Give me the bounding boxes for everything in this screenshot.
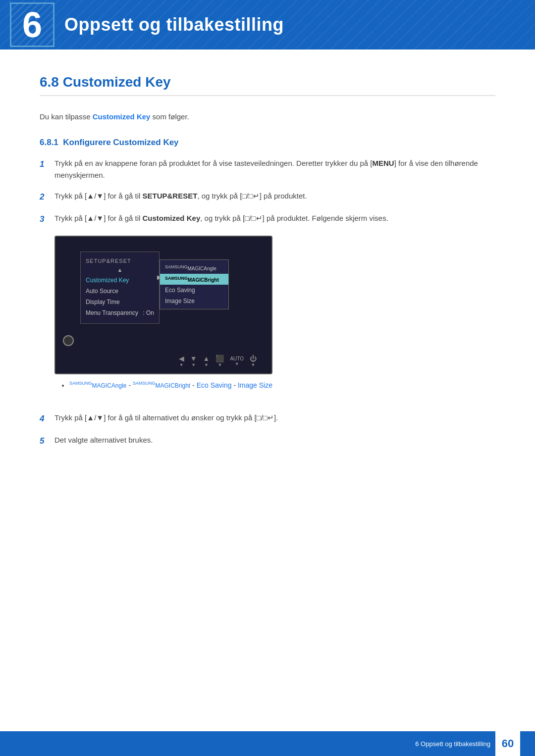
footer-chapter-text: 6 Oppsett og tilbakestilling <box>415 740 490 748</box>
btn-left: ◀ ▼ <box>179 354 184 367</box>
magic-angle-bullet: MAGICAngle <box>92 382 127 389</box>
eco-saving-bullet: Eco Saving <box>197 381 232 389</box>
osd-main-menu: SETUP&RESET ▲ Customized Key Auto Source… <box>80 252 160 324</box>
samsung-sup-2: SAMSUNG <box>165 276 188 281</box>
osd-submenu-item-imagesize: Image Size <box>160 296 228 306</box>
intro-paragraph: Du kan tilpasse Customized Key som følge… <box>40 111 495 123</box>
osd-item-menu-transparency: Menu Transparency : On <box>81 307 159 318</box>
chapter-number: 6 <box>22 4 42 45</box>
btn-up: ▲ ▼ <box>203 354 210 367</box>
btn-enter: ⬛ ▼ <box>215 354 224 367</box>
step-4-text: Trykk på [▲/▼] for å gå til alternativet… <box>54 412 495 425</box>
btn-auto-icon: AUTO <box>230 356 244 361</box>
step-1-number: 1 <box>40 157 54 181</box>
intro-text-after: som følger. <box>150 112 189 121</box>
step-4-number: 4 <box>40 412 54 425</box>
section-heading: 6.8 Customized Key <box>40 74 495 96</box>
osd-item-value: : On <box>143 309 154 316</box>
osd-submenu-item-eco: Eco Saving <box>160 285 228 296</box>
option-bullet-list: SAMSUNGMAGICAngle - SAMSUNGMAGICBright -… <box>54 379 272 392</box>
sub-section-heading: 6.8.1 Konfigurere Customized Key <box>40 138 495 148</box>
step-2-number: 2 <box>40 190 54 203</box>
step-1: 1 Trykk på en av knappene foran på produ… <box>40 157 495 181</box>
step-2-text: Trykk på [▲/▼] for å gå til SETUP&RESET,… <box>54 190 495 203</box>
step-5: 5 Det valgte alternativet brukes. <box>40 434 495 448</box>
steps-list-2: 4 Trykk på [▲/▼] for å gå til alternativ… <box>40 412 495 448</box>
osd-item-label: Menu Transparency <box>86 309 138 316</box>
btn-power: ⏻ ▼ <box>250 354 257 367</box>
step-4: 4 Trykk på [▲/▼] for å gå til alternativ… <box>40 412 495 425</box>
chapter-header: 6 Oppsett og tilbakestilling <box>0 0 535 50</box>
btn-left-label: ▼ <box>179 362 184 367</box>
btn-auto: AUTO ▼ <box>230 356 244 366</box>
osd-menu-title: SETUP&RESET <box>81 257 159 267</box>
btn-down-icon: ▼ <box>190 354 197 362</box>
customized-key-bold: Customized Key <box>143 214 201 222</box>
osd-submenu-item-bright: SAMSUNGMAGICBright <box>160 274 228 285</box>
step-1-text: Trykk på en av knappene foran på produkt… <box>54 157 495 181</box>
main-content: 6.8 Customized Key Du kan tilpasse Custo… <box>0 50 535 486</box>
btn-up-icon: ▲ <box>203 354 210 362</box>
image-size-bullet: Image Size <box>238 381 272 389</box>
step-3-number: 3 <box>40 212 54 226</box>
bullet-item-options: SAMSUNGMAGICAngle - SAMSUNGMAGICBright -… <box>69 379 272 392</box>
samsung-sup-1: SAMSUNG <box>165 264 188 269</box>
separator-1: - <box>128 381 133 389</box>
separator-2: - <box>192 381 197 389</box>
section-title: Customized Key <box>63 74 171 90</box>
sub-section-title: Konfigurere Customized Key <box>63 138 178 147</box>
step-5-text: Det valgte alternativet brukes. <box>54 434 495 448</box>
monitor-circle <box>63 335 74 346</box>
btn-left-icon: ◀ <box>179 354 184 362</box>
btn-down: ▼ ▼ <box>190 354 197 367</box>
btn-up-label: ▼ <box>204 362 209 367</box>
osd-arrow-up: ▲ <box>81 267 159 275</box>
btn-power-icon: ⏻ <box>250 354 257 362</box>
steps-list: 1 Trykk på en av knappene foran på produ… <box>40 157 495 226</box>
step-3: 3 Trykk på [▲/▼] for å gå til Customized… <box>40 212 495 226</box>
footer-page-number: 60 <box>495 731 520 756</box>
page-footer: 6 Oppsett og tilbakestilling 60 <box>0 731 535 756</box>
btn-down-label: ▼ <box>191 362 196 367</box>
btn-enter-icon: ⬛ <box>215 354 224 362</box>
section-number: 6.8 <box>40 74 59 90</box>
intro-text-before: Du kan tilpasse <box>40 112 93 121</box>
separator-3: - <box>233 381 238 389</box>
chapter-title: Oppsett og tilbakestilling <box>64 14 284 35</box>
screenshot-container: SETUP&RESET ▲ Customized Key Auto Source… <box>54 236 495 402</box>
magic-bright-bullet: MAGICBright <box>156 382 191 389</box>
monitor-buttons: ◀ ▼ ▼ ▼ ▲ ▼ ⬛ ▼ AUTO ▼ <box>179 354 257 367</box>
intro-bold: Customized Key <box>93 112 151 121</box>
setup-reset-bold: SETUP&RESET <box>143 192 198 200</box>
chapter-number-box: 6 <box>10 2 54 47</box>
osd-item-customized-key: Customized Key <box>81 275 159 286</box>
btn-enter-label: ▼ <box>217 362 222 367</box>
magic-label-2: MAGICBright <box>188 277 219 283</box>
step-3-text: Trykk på [▲/▼] for å gå til Customized K… <box>54 212 495 226</box>
samsung-sup-bullet-2: SAMSUNG <box>133 381 156 386</box>
step-2: 2 Trykk på [▲/▼] for å gå til SETUP&RESE… <box>40 190 495 203</box>
magic-label-1: MAGICAngle <box>188 266 216 272</box>
sub-section-number: 6.8.1 <box>40 138 58 147</box>
samsung-sup-bullet-1: SAMSUNG <box>69 381 92 386</box>
osd-item-auto-source: Auto Source <box>81 286 159 297</box>
step-5-number: 5 <box>40 434 54 448</box>
monitor-mockup: SETUP&RESET ▲ Customized Key Auto Source… <box>54 236 272 374</box>
osd-submenu-item-angle: SAMSUNGMAGICAngle <box>160 262 228 273</box>
osd-item-display-time: Display Time <box>81 297 159 307</box>
osd-submenu: SAMSUNGMAGICAngle SAMSUNGMAGICBright Eco… <box>160 259 229 309</box>
btn-power-label: ▼ <box>251 362 256 367</box>
btn-auto-label: ▼ <box>235 361 239 366</box>
menu-bold: MENU <box>372 159 394 167</box>
